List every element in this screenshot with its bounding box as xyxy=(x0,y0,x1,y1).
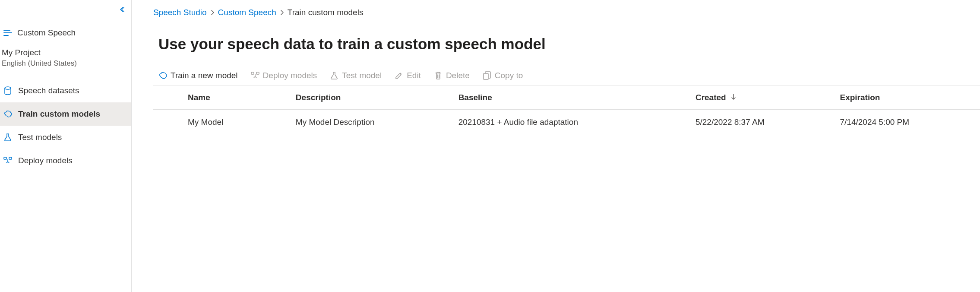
column-header-name[interactable]: Name xyxy=(153,86,291,110)
svg-rect-1 xyxy=(4,157,6,159)
deploy-icon xyxy=(3,157,12,165)
sidebar-item-label: Deploy models xyxy=(18,156,73,165)
chevron-right-icon xyxy=(280,10,284,16)
flask-icon xyxy=(3,133,12,142)
brain-icon xyxy=(3,110,12,118)
svg-rect-5 xyxy=(484,73,488,79)
toolbar-label: Deploy models xyxy=(263,71,317,80)
cell-baseline: 20210831 + Audio file adaptation xyxy=(453,110,690,135)
brain-icon xyxy=(158,71,167,80)
column-header-baseline[interactable]: Baseline xyxy=(453,86,690,110)
toolbar-label: Copy to xyxy=(495,71,523,80)
toolbar-label: Delete xyxy=(446,71,470,80)
project-name: My Project xyxy=(0,48,131,59)
database-icon xyxy=(3,86,12,95)
test-model-button: Test model xyxy=(330,71,382,80)
sidebar-item-speech-datasets[interactable]: Speech datasets xyxy=(0,79,131,102)
breadcrumb: Speech Studio Custom Speech Train custom… xyxy=(153,8,980,17)
sidebar-header-label: Custom Speech xyxy=(17,28,76,38)
trash-icon xyxy=(434,71,443,80)
sort-down-icon xyxy=(731,93,736,102)
cell-created: 5/22/2022 8:37 AM xyxy=(690,110,835,135)
breadcrumb-current: Train custom models xyxy=(288,8,364,17)
toolbar-label: Edit xyxy=(407,71,421,80)
copy-to-button: Copy to xyxy=(483,71,523,80)
svg-point-0 xyxy=(5,87,11,89)
page-title: Use your speech data to train a custom s… xyxy=(153,35,980,53)
column-header-description[interactable]: Description xyxy=(291,86,453,110)
breadcrumb-link-custom-speech[interactable]: Custom Speech xyxy=(218,8,276,17)
main-content: Speech Studio Custom Speech Train custom… xyxy=(132,0,980,292)
table-row[interactable]: My Model My Model Description 20210831 +… xyxy=(153,110,980,135)
cell-expiration: 7/14/2024 5:00 PM xyxy=(835,110,980,135)
toolbar-label: Test model xyxy=(342,71,382,80)
sidebar: Custom Speech My Project English (United… xyxy=(0,0,132,292)
models-table: Name Description Baseline Created Expira… xyxy=(153,86,980,135)
column-header-created[interactable]: Created xyxy=(690,86,835,110)
toolbar-label: Train a new model xyxy=(171,71,238,80)
sidebar-item-label: Train custom models xyxy=(18,109,100,119)
delete-button: Delete xyxy=(434,71,470,80)
edit-button: Edit xyxy=(395,71,421,80)
sidebar-header[interactable]: Custom Speech xyxy=(0,9,131,48)
flask-icon xyxy=(330,71,338,80)
sidebar-item-label: Test models xyxy=(18,133,62,142)
breadcrumb-link-speech-studio[interactable]: Speech Studio xyxy=(153,8,207,17)
cell-description: My Model Description xyxy=(291,110,453,135)
table-header-row: Name Description Baseline Created Expira… xyxy=(153,86,980,110)
sidebar-item-deploy-models[interactable]: Deploy models xyxy=(0,149,131,172)
list-icon xyxy=(3,29,12,36)
cell-name: My Model xyxy=(153,110,291,135)
deploy-icon xyxy=(251,72,259,79)
train-new-model-button[interactable]: Train a new model xyxy=(158,71,238,80)
copy-icon xyxy=(483,71,491,80)
collapse-sidebar-button[interactable] xyxy=(118,6,125,13)
sidebar-item-train-custom-models[interactable]: Train custom models xyxy=(0,102,131,126)
svg-rect-3 xyxy=(251,72,254,74)
column-header-expiration[interactable]: Expiration xyxy=(835,86,980,110)
deploy-models-button: Deploy models xyxy=(251,71,317,80)
edit-icon xyxy=(395,72,403,79)
toolbar: Train a new model Deploy models Test mod… xyxy=(153,71,980,86)
sidebar-item-test-models[interactable]: Test models xyxy=(0,126,131,149)
chevron-right-icon xyxy=(210,10,215,16)
svg-rect-2 xyxy=(9,157,12,159)
svg-rect-4 xyxy=(256,72,259,74)
project-locale: English (United States) xyxy=(0,59,131,79)
sidebar-item-label: Speech datasets xyxy=(18,86,79,95)
